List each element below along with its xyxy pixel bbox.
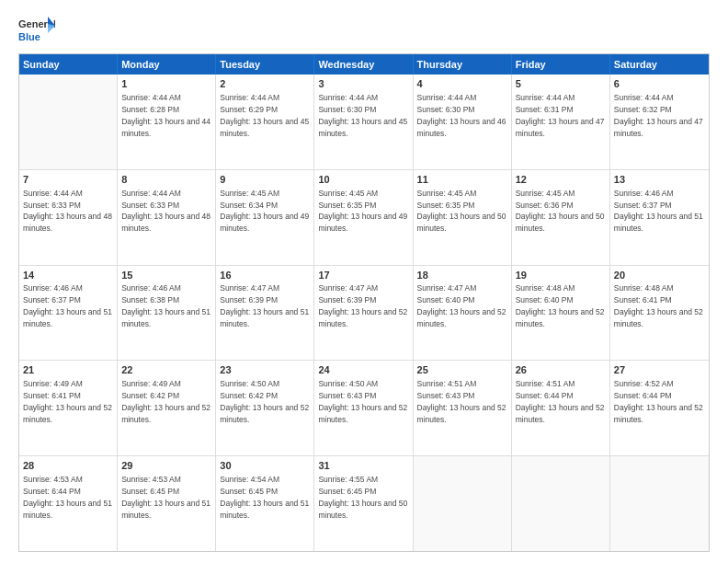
day-number: 27: [614, 363, 705, 377]
day-number: 26: [516, 363, 606, 377]
cell-info: Sunrise: 4:45 AM Sunset: 6:35 PM Dayligh…: [318, 189, 407, 234]
day-number: 14: [23, 269, 113, 282]
day-number: 15: [121, 269, 211, 282]
header-cell-friday: Friday: [512, 54, 610, 75]
cell-info: Sunrise: 4:51 AM Sunset: 6:43 PM Dayligh…: [417, 379, 506, 424]
day-cell-28: 28Sunrise: 4:53 AM Sunset: 6:44 PM Dayli…: [19, 456, 118, 551]
day-number: 31: [318, 459, 408, 473]
day-cell-10: 10Sunrise: 4:45 AM Sunset: 6:35 PM Dayli…: [314, 170, 413, 265]
day-number: 8: [121, 173, 211, 187]
logo-svg: General Blue: [18, 15, 55, 48]
day-number: 20: [614, 269, 705, 282]
cell-info: Sunrise: 4:53 AM Sunset: 6:44 PM Dayligh…: [23, 475, 112, 520]
cell-info: Sunrise: 4:44 AM Sunset: 6:33 PM Dayligh…: [23, 189, 112, 234]
day-cell-26: 26Sunrise: 4:51 AM Sunset: 6:44 PM Dayli…: [512, 361, 610, 455]
day-cell-empty: [610, 456, 709, 551]
day-number: 9: [220, 173, 310, 187]
cell-info: Sunrise: 4:44 AM Sunset: 6:33 PM Dayligh…: [121, 189, 210, 234]
day-number: 5: [516, 77, 606, 91]
day-cell-23: 23Sunrise: 4:50 AM Sunset: 6:42 PM Dayli…: [216, 361, 314, 455]
day-number: 17: [318, 269, 408, 282]
calendar-row-4: 21Sunrise: 4:49 AM Sunset: 6:41 PM Dayli…: [19, 360, 709, 455]
calendar-row-3: 14Sunrise: 4:46 AM Sunset: 6:37 PM Dayli…: [19, 265, 709, 361]
day-cell-21: 21Sunrise: 4:49 AM Sunset: 6:41 PM Dayli…: [19, 361, 118, 455]
day-cell-12: 12Sunrise: 4:45 AM Sunset: 6:36 PM Dayli…: [512, 170, 610, 265]
cell-info: Sunrise: 4:47 AM Sunset: 6:39 PM Dayligh…: [220, 283, 309, 328]
svg-text:Blue: Blue: [18, 31, 40, 42]
calendar-header: SundayMondayTuesdayWednesdayThursdayFrid…: [19, 54, 709, 75]
cell-info: Sunrise: 4:44 AM Sunset: 6:28 PM Dayligh…: [121, 93, 210, 138]
cell-info: Sunrise: 4:53 AM Sunset: 6:45 PM Dayligh…: [121, 475, 210, 520]
day-number: 11: [417, 173, 507, 187]
day-number: 30: [220, 459, 310, 473]
cell-info: Sunrise: 4:44 AM Sunset: 6:30 PM Dayligh…: [318, 93, 407, 138]
day-number: 25: [417, 363, 507, 377]
day-number: 10: [318, 173, 408, 187]
calendar: SundayMondayTuesdayWednesdayThursdayFrid…: [18, 53, 710, 552]
day-number: 7: [23, 173, 113, 187]
day-cell-9: 9Sunrise: 4:45 AM Sunset: 6:34 PM Daylig…: [216, 170, 314, 265]
day-cell-4: 4Sunrise: 4:44 AM Sunset: 6:30 PM Daylig…: [414, 75, 512, 169]
day-cell-5: 5Sunrise: 4:44 AM Sunset: 6:31 PM Daylig…: [512, 75, 610, 169]
cell-info: Sunrise: 4:44 AM Sunset: 6:32 PM Dayligh…: [614, 93, 703, 138]
day-number: 19: [516, 269, 606, 282]
day-cell-6: 6Sunrise: 4:44 AM Sunset: 6:32 PM Daylig…: [610, 75, 709, 169]
day-cell-30: 30Sunrise: 4:54 AM Sunset: 6:45 PM Dayli…: [216, 456, 314, 551]
day-number: 18: [417, 269, 507, 282]
day-cell-15: 15Sunrise: 4:46 AM Sunset: 6:38 PM Dayli…: [118, 266, 216, 361]
cell-info: Sunrise: 4:45 AM Sunset: 6:35 PM Dayligh…: [417, 189, 506, 234]
logo: General Blue: [18, 15, 55, 48]
cell-info: Sunrise: 4:49 AM Sunset: 6:41 PM Dayligh…: [23, 379, 112, 424]
header-cell-tuesday: Tuesday: [216, 54, 314, 75]
cell-info: Sunrise: 4:49 AM Sunset: 6:42 PM Dayligh…: [121, 379, 210, 424]
day-number: 3: [318, 77, 408, 91]
cell-info: Sunrise: 4:45 AM Sunset: 6:34 PM Dayligh…: [220, 189, 309, 234]
cell-info: Sunrise: 4:50 AM Sunset: 6:43 PM Dayligh…: [318, 379, 407, 424]
calendar-body: 1Sunrise: 4:44 AM Sunset: 6:28 PM Daylig…: [19, 75, 709, 551]
day-number: 16: [220, 269, 310, 282]
cell-info: Sunrise: 4:44 AM Sunset: 6:29 PM Dayligh…: [220, 93, 309, 138]
cell-info: Sunrise: 4:48 AM Sunset: 6:41 PM Dayligh…: [614, 283, 703, 328]
day-number: 1: [121, 77, 211, 91]
day-number: 6: [614, 77, 705, 91]
page-header: General Blue: [18, 15, 710, 48]
day-cell-19: 19Sunrise: 4:48 AM Sunset: 6:40 PM Dayli…: [512, 266, 610, 361]
cell-info: Sunrise: 4:46 AM Sunset: 6:37 PM Dayligh…: [614, 189, 703, 234]
day-cell-31: 31Sunrise: 4:55 AM Sunset: 6:45 PM Dayli…: [314, 456, 413, 551]
day-cell-7: 7Sunrise: 4:44 AM Sunset: 6:33 PM Daylig…: [19, 170, 118, 265]
day-cell-11: 11Sunrise: 4:45 AM Sunset: 6:35 PM Dayli…: [414, 170, 512, 265]
day-number: 22: [121, 363, 211, 377]
day-number: 2: [220, 77, 310, 91]
day-cell-13: 13Sunrise: 4:46 AM Sunset: 6:37 PM Dayli…: [610, 170, 709, 265]
day-cell-18: 18Sunrise: 4:47 AM Sunset: 6:40 PM Dayli…: [414, 266, 512, 361]
day-number: 21: [23, 363, 113, 377]
header-cell-sunday: Sunday: [19, 54, 118, 75]
cell-info: Sunrise: 4:46 AM Sunset: 6:38 PM Dayligh…: [121, 283, 210, 328]
cell-info: Sunrise: 4:50 AM Sunset: 6:42 PM Dayligh…: [220, 379, 309, 424]
day-number: 29: [121, 459, 211, 473]
header-cell-saturday: Saturday: [610, 54, 709, 75]
cell-info: Sunrise: 4:46 AM Sunset: 6:37 PM Dayligh…: [23, 283, 112, 328]
day-cell-20: 20Sunrise: 4:48 AM Sunset: 6:41 PM Dayli…: [610, 266, 709, 361]
day-cell-8: 8Sunrise: 4:44 AM Sunset: 6:33 PM Daylig…: [118, 170, 216, 265]
day-cell-empty: [414, 456, 512, 551]
calendar-row-2: 7Sunrise: 4:44 AM Sunset: 6:33 PM Daylig…: [19, 169, 709, 265]
day-cell-1: 1Sunrise: 4:44 AM Sunset: 6:28 PM Daylig…: [118, 75, 216, 169]
day-cell-25: 25Sunrise: 4:51 AM Sunset: 6:43 PM Dayli…: [414, 361, 512, 455]
day-cell-22: 22Sunrise: 4:49 AM Sunset: 6:42 PM Dayli…: [118, 361, 216, 455]
day-number: 4: [417, 77, 507, 91]
day-cell-29: 29Sunrise: 4:53 AM Sunset: 6:45 PM Dayli…: [118, 456, 216, 551]
day-cell-empty: [19, 75, 118, 169]
cell-info: Sunrise: 4:44 AM Sunset: 6:30 PM Dayligh…: [417, 93, 506, 138]
cell-info: Sunrise: 4:54 AM Sunset: 6:45 PM Dayligh…: [220, 475, 309, 520]
day-number: 12: [516, 173, 606, 187]
calendar-row-1: 1Sunrise: 4:44 AM Sunset: 6:28 PM Daylig…: [19, 75, 709, 169]
day-cell-2: 2Sunrise: 4:44 AM Sunset: 6:29 PM Daylig…: [216, 75, 314, 169]
day-cell-24: 24Sunrise: 4:50 AM Sunset: 6:43 PM Dayli…: [314, 361, 413, 455]
cell-info: Sunrise: 4:51 AM Sunset: 6:44 PM Dayligh…: [516, 379, 605, 424]
day-cell-27: 27Sunrise: 4:52 AM Sunset: 6:44 PM Dayli…: [610, 361, 709, 455]
day-number: 28: [23, 459, 113, 473]
cell-info: Sunrise: 4:44 AM Sunset: 6:31 PM Dayligh…: [516, 93, 605, 138]
cell-info: Sunrise: 4:45 AM Sunset: 6:36 PM Dayligh…: [516, 189, 605, 234]
day-cell-empty: [512, 456, 610, 551]
